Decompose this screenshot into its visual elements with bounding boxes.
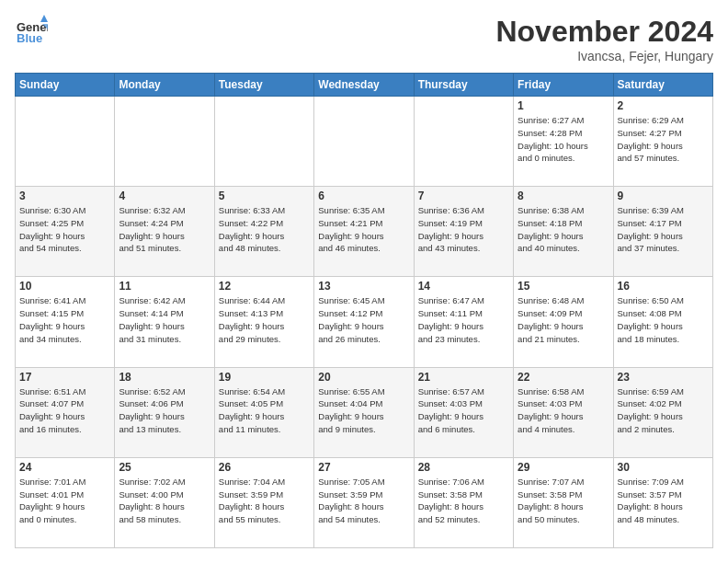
day-number: 12 bbox=[219, 280, 310, 293]
calendar-cell-0-6: 2Sunrise: 6:29 AM Sunset: 4:27 PM Daylig… bbox=[613, 97, 712, 187]
day-info: Sunrise: 6:33 AM Sunset: 4:22 PM Dayligh… bbox=[219, 204, 310, 255]
day-info: Sunrise: 6:59 AM Sunset: 4:02 PM Dayligh… bbox=[618, 385, 709, 436]
calendar-cell-0-0 bbox=[16, 97, 115, 187]
calendar-cell-2-5: 15Sunrise: 6:48 AM Sunset: 4:09 PM Dayli… bbox=[514, 277, 613, 367]
day-info: Sunrise: 6:45 AM Sunset: 4:12 PM Dayligh… bbox=[318, 294, 409, 345]
day-number: 9 bbox=[618, 190, 709, 202]
day-info: Sunrise: 7:09 AM Sunset: 3:57 PM Dayligh… bbox=[618, 476, 709, 526]
week-row-4: 24Sunrise: 7:01 AM Sunset: 4:01 PM Dayli… bbox=[16, 457, 713, 547]
calendar-cell-0-2 bbox=[214, 97, 313, 187]
calendar-cell-4-6: 30Sunrise: 7:09 AM Sunset: 3:57 PM Dayli… bbox=[613, 457, 712, 547]
day-number: 16 bbox=[618, 280, 709, 293]
calendar-cell-2-2: 12Sunrise: 6:44 AM Sunset: 4:13 PM Dayli… bbox=[214, 277, 313, 367]
day-info: Sunrise: 6:29 AM Sunset: 4:27 PM Dayligh… bbox=[618, 114, 709, 165]
day-info: Sunrise: 6:44 AM Sunset: 4:13 PM Dayligh… bbox=[219, 294, 310, 345]
header-sunday: Sunday bbox=[16, 74, 115, 97]
day-number: 11 bbox=[119, 280, 210, 293]
day-info: Sunrise: 6:51 AM Sunset: 4:07 PM Dayligh… bbox=[19, 385, 110, 436]
calendar-cell-2-3: 13Sunrise: 6:45 AM Sunset: 4:12 PM Dayli… bbox=[314, 277, 414, 367]
day-info: Sunrise: 7:01 AM Sunset: 4:01 PM Dayligh… bbox=[19, 476, 110, 526]
calendar-cell-3-6: 23Sunrise: 6:59 AM Sunset: 4:02 PM Dayli… bbox=[613, 367, 712, 457]
calendar-cell-1-1: 4Sunrise: 6:32 AM Sunset: 4:24 PM Daylig… bbox=[115, 187, 214, 277]
day-number: 4 bbox=[119, 190, 210, 202]
day-info: Sunrise: 6:38 AM Sunset: 4:18 PM Dayligh… bbox=[518, 204, 609, 255]
calendar-cell-2-1: 11Sunrise: 6:42 AM Sunset: 4:14 PM Dayli… bbox=[115, 277, 214, 367]
day-info: Sunrise: 6:47 AM Sunset: 4:11 PM Dayligh… bbox=[418, 294, 509, 345]
day-info: Sunrise: 7:05 AM Sunset: 3:59 PM Dayligh… bbox=[318, 476, 409, 526]
day-number: 22 bbox=[518, 371, 609, 384]
day-number: 20 bbox=[318, 371, 409, 384]
header-friday: Friday bbox=[514, 74, 613, 97]
day-info: Sunrise: 6:54 AM Sunset: 4:05 PM Dayligh… bbox=[219, 385, 310, 436]
calendar-cell-2-0: 10Sunrise: 6:41 AM Sunset: 4:15 PM Dayli… bbox=[16, 277, 115, 367]
calendar-cell-1-2: 5Sunrise: 6:33 AM Sunset: 4:22 PM Daylig… bbox=[214, 187, 313, 277]
day-number: 6 bbox=[318, 190, 409, 202]
logo-icon: General Blue bbox=[15, 15, 48, 48]
header-tuesday: Tuesday bbox=[214, 74, 313, 97]
day-number: 30 bbox=[618, 461, 709, 474]
day-info: Sunrise: 6:30 AM Sunset: 4:25 PM Dayligh… bbox=[19, 204, 110, 255]
day-number: 14 bbox=[418, 280, 509, 293]
calendar-cell-0-4 bbox=[414, 97, 513, 187]
header-thursday: Thursday bbox=[414, 74, 513, 97]
day-number: 3 bbox=[19, 190, 110, 202]
week-row-3: 17Sunrise: 6:51 AM Sunset: 4:07 PM Dayli… bbox=[16, 367, 713, 457]
location: Ivancsa, Fejer, Hungary bbox=[495, 49, 713, 63]
day-info: Sunrise: 6:39 AM Sunset: 4:17 PM Dayligh… bbox=[618, 204, 709, 255]
day-number: 23 bbox=[618, 371, 709, 384]
day-info: Sunrise: 6:48 AM Sunset: 4:09 PM Dayligh… bbox=[518, 294, 609, 345]
calendar-cell-4-0: 24Sunrise: 7:01 AM Sunset: 4:01 PM Dayli… bbox=[16, 457, 115, 547]
calendar-cell-3-2: 19Sunrise: 6:54 AM Sunset: 4:05 PM Dayli… bbox=[214, 367, 313, 457]
calendar-cell-0-3 bbox=[314, 97, 414, 187]
day-number: 13 bbox=[318, 280, 409, 293]
calendar-cell-3-4: 21Sunrise: 6:57 AM Sunset: 4:03 PM Dayli… bbox=[414, 367, 513, 457]
day-number: 28 bbox=[418, 461, 509, 474]
calendar-cell-4-3: 27Sunrise: 7:05 AM Sunset: 3:59 PM Dayli… bbox=[314, 457, 414, 547]
calendar-cell-1-6: 9Sunrise: 6:39 AM Sunset: 4:17 PM Daylig… bbox=[613, 187, 712, 277]
title-block: November 2024 Ivancsa, Fejer, Hungary bbox=[495, 15, 713, 63]
logo: General Blue bbox=[15, 15, 48, 48]
day-number: 5 bbox=[219, 190, 310, 202]
day-info: Sunrise: 6:27 AM Sunset: 4:28 PM Dayligh… bbox=[518, 114, 609, 165]
calendar-cell-4-5: 29Sunrise: 7:07 AM Sunset: 3:58 PM Dayli… bbox=[514, 457, 613, 547]
calendar-cell-3-0: 17Sunrise: 6:51 AM Sunset: 4:07 PM Dayli… bbox=[16, 367, 115, 457]
header-wednesday: Wednesday bbox=[314, 74, 414, 97]
day-info: Sunrise: 7:07 AM Sunset: 3:58 PM Dayligh… bbox=[518, 476, 609, 526]
day-info: Sunrise: 6:42 AM Sunset: 4:14 PM Dayligh… bbox=[119, 294, 210, 345]
calendar-cell-1-5: 8Sunrise: 6:38 AM Sunset: 4:18 PM Daylig… bbox=[514, 187, 613, 277]
day-info: Sunrise: 7:04 AM Sunset: 3:59 PM Dayligh… bbox=[219, 476, 310, 526]
day-info: Sunrise: 6:41 AM Sunset: 4:15 PM Dayligh… bbox=[19, 294, 110, 345]
month-title: November 2024 bbox=[495, 15, 713, 49]
day-number: 24 bbox=[19, 461, 110, 474]
day-number: 19 bbox=[219, 371, 310, 384]
header-monday: Monday bbox=[115, 74, 214, 97]
calendar-cell-4-4: 28Sunrise: 7:06 AM Sunset: 3:58 PM Dayli… bbox=[414, 457, 513, 547]
calendar-cell-1-4: 7Sunrise: 6:36 AM Sunset: 4:19 PM Daylig… bbox=[414, 187, 513, 277]
day-number: 27 bbox=[318, 461, 409, 474]
calendar-cell-2-6: 16Sunrise: 6:50 AM Sunset: 4:08 PM Dayli… bbox=[613, 277, 712, 367]
day-number: 10 bbox=[19, 280, 110, 293]
day-number: 29 bbox=[518, 461, 609, 474]
day-number: 18 bbox=[119, 371, 210, 384]
day-info: Sunrise: 6:32 AM Sunset: 4:24 PM Dayligh… bbox=[119, 204, 210, 255]
day-number: 21 bbox=[418, 371, 509, 384]
calendar-cell-1-0: 3Sunrise: 6:30 AM Sunset: 4:25 PM Daylig… bbox=[16, 187, 115, 277]
calendar-cell-2-4: 14Sunrise: 6:47 AM Sunset: 4:11 PM Dayli… bbox=[414, 277, 513, 367]
day-info: Sunrise: 6:52 AM Sunset: 4:06 PM Dayligh… bbox=[119, 385, 210, 436]
calendar-header-row: Sunday Monday Tuesday Wednesday Thursday… bbox=[16, 74, 713, 97]
day-number: 2 bbox=[618, 99, 709, 112]
week-row-2: 10Sunrise: 6:41 AM Sunset: 4:15 PM Dayli… bbox=[16, 277, 713, 367]
day-info: Sunrise: 6:35 AM Sunset: 4:21 PM Dayligh… bbox=[318, 204, 409, 255]
svg-marker-2 bbox=[40, 15, 48, 22]
day-number: 17 bbox=[19, 371, 110, 384]
calendar-cell-3-3: 20Sunrise: 6:55 AM Sunset: 4:04 PM Dayli… bbox=[314, 367, 414, 457]
day-number: 15 bbox=[518, 280, 609, 293]
calendar-cell-0-1 bbox=[115, 97, 214, 187]
calendar-table: Sunday Monday Tuesday Wednesday Thursday… bbox=[15, 73, 713, 548]
day-info: Sunrise: 7:02 AM Sunset: 4:00 PM Dayligh… bbox=[119, 476, 210, 526]
calendar-cell-3-5: 22Sunrise: 6:58 AM Sunset: 4:03 PM Dayli… bbox=[514, 367, 613, 457]
day-number: 26 bbox=[219, 461, 310, 474]
week-row-0: 1Sunrise: 6:27 AM Sunset: 4:28 PM Daylig… bbox=[16, 97, 713, 187]
day-info: Sunrise: 6:58 AM Sunset: 4:03 PM Dayligh… bbox=[518, 385, 609, 436]
day-info: Sunrise: 6:57 AM Sunset: 4:03 PM Dayligh… bbox=[418, 385, 509, 436]
